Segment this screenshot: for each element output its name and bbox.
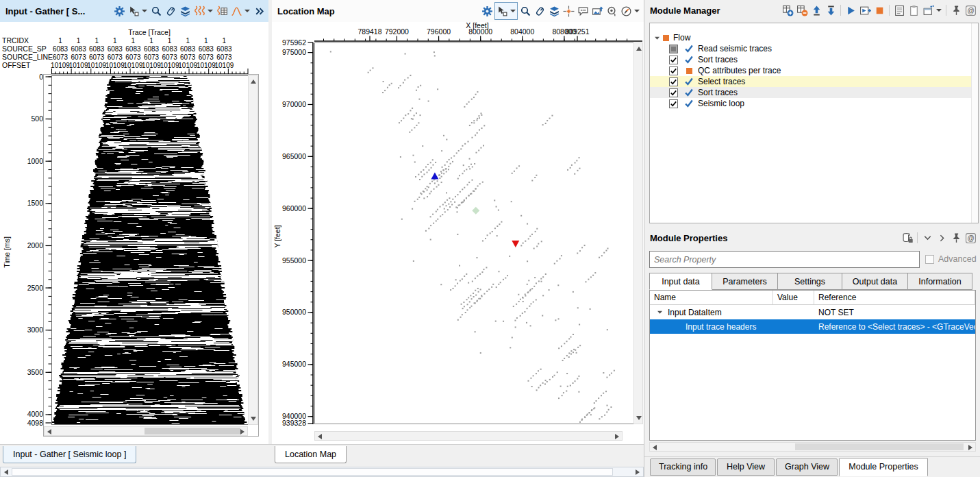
tab-location-map[interactable]: Location Map <box>275 446 347 463</box>
select-mode-button[interactable] <box>495 3 509 19</box>
map-hscrollbar[interactable] <box>314 431 623 441</box>
map-y-tick-label: 955000 <box>282 256 306 265</box>
tree-row-select-traces[interactable]: Select traces <box>650 76 978 87</box>
map-y-tick-label: 950000 <box>282 308 306 316</box>
time-tick-label: 500 <box>31 114 43 123</box>
zoom-button[interactable] <box>149 3 163 19</box>
report-button[interactable] <box>892 2 906 19</box>
module-checkbox[interactable] <box>669 77 678 86</box>
advanced-label: Advanced <box>938 254 977 264</box>
data-lock-button[interactable] <box>901 230 914 246</box>
dock-button[interactable]: @ <box>964 2 977 19</box>
mouse-mode-button[interactable] <box>164 3 177 19</box>
trace-header-value: 1 <box>131 37 136 45</box>
histogram-button[interactable] <box>229 3 243 19</box>
select-mode-button[interactable] <box>127 3 140 19</box>
seismic-vscrollbar[interactable] <box>248 75 258 425</box>
tree-row-sort-traces[interactable]: Sort traces <box>650 54 978 65</box>
layers-button[interactable] <box>547 3 561 19</box>
module-checkbox[interactable] <box>669 99 678 108</box>
layers-button[interactable] <box>178 3 192 19</box>
trace-table-icon <box>216 5 228 17</box>
module-checkbox[interactable] <box>669 88 678 97</box>
dock-tab-help-view[interactable]: Help View <box>717 458 775 476</box>
layers-icon <box>179 5 191 17</box>
trace-header-value: 6073 <box>53 53 68 61</box>
dock-tab-module-properties[interactable]: Module Properties <box>839 458 928 476</box>
column-header-value[interactable]: Value <box>773 291 814 304</box>
app-hscrollbar[interactable] <box>0 467 644 477</box>
dock-tab-tracking-info[interactable]: Tracking info <box>650 458 716 476</box>
clipboard-button[interactable] <box>907 2 920 19</box>
advanced-checkbox[interactable] <box>925 255 934 264</box>
remove-module-button[interactable] <box>795 2 809 19</box>
tree-item-label: Sort traces <box>698 55 738 64</box>
properties-hscrollbar[interactable] <box>649 442 976 452</box>
module-checkbox[interactable] <box>669 45 678 53</box>
move-down-button[interactable] <box>824 2 838 19</box>
tree-row-flow[interactable]: Flow <box>650 32 978 43</box>
overflow-button[interactable] <box>252 3 266 19</box>
select-mode-dropdown-caret[interactable] <box>510 10 516 12</box>
pin-button[interactable] <box>949 230 963 246</box>
run-button[interactable] <box>844 2 857 19</box>
tree-row-read-seismic-traces[interactable]: Read seismic traces <box>650 43 978 54</box>
tab-settings[interactable]: Settings <box>778 273 842 290</box>
trace-table-button[interactable] <box>215 3 229 19</box>
compass-button[interactable] <box>619 3 633 19</box>
module-checkbox[interactable] <box>669 66 678 75</box>
expand-button[interactable] <box>935 230 948 246</box>
run-flow-button[interactable] <box>858 2 872 19</box>
map-y-tick-label: 970000 <box>282 100 306 108</box>
tree-vscrollbar[interactable] <box>971 23 978 223</box>
tree-row-seismic-loop[interactable]: Seismic loop <box>650 98 978 109</box>
tab-input-data[interactable]: Input data <box>649 273 712 290</box>
trace-header-label: OFFSET <box>2 61 31 69</box>
tree-row-sort-traces[interactable]: Sort traces <box>650 87 978 98</box>
move-up-button[interactable] <box>809 2 823 19</box>
select-mode-dropdown-caret[interactable] <box>142 10 147 12</box>
expander-icon[interactable] <box>655 309 664 315</box>
snap-button[interactable] <box>605 3 618 19</box>
new-window-dropdown-caret[interactable] <box>936 9 942 12</box>
crosshair-button[interactable] <box>562 3 575 19</box>
wiggle-display-dropdown-caret[interactable] <box>208 10 213 12</box>
comment-button[interactable] <box>576 3 590 19</box>
tab-input-gather[interactable]: Input - Gather [ Seismic loop ] <box>3 446 136 463</box>
new-window-button[interactable] <box>921 2 935 19</box>
mouse-mode-button[interactable] <box>533 3 546 19</box>
export-image-button[interactable] <box>590 3 604 19</box>
collapse-button[interactable] <box>920 230 934 246</box>
settings-button[interactable] <box>480 3 494 19</box>
tab-parameters[interactable]: Parameters <box>712 273 778 290</box>
add-module-button[interactable] <box>781 2 794 19</box>
seismic-wiggle-display[interactable] <box>52 76 248 424</box>
seismic-hscrollbar[interactable] <box>44 426 248 436</box>
zoom-button[interactable] <box>518 3 532 19</box>
scroll-thumb[interactable] <box>795 443 964 450</box>
scroll-thumb[interactable] <box>12 468 613 476</box>
wiggle-display-button[interactable] <box>192 3 206 19</box>
table-row[interactable]: Input DataItemNOT SET <box>650 305 975 319</box>
search-property-input[interactable] <box>649 251 920 268</box>
column-header-reference[interactable]: Reference <box>814 291 975 304</box>
map-vscrollbar[interactable] <box>633 42 643 424</box>
settings-button[interactable] <box>112 3 126 19</box>
column-header-name[interactable]: Name <box>650 291 773 304</box>
stop-button[interactable] <box>872 2 886 19</box>
location-map-panel: X [feet]78941879200079600080000080400080… <box>272 0 644 444</box>
compass-dropdown-caret[interactable] <box>634 10 640 12</box>
tree-row-qc-attributes-per-trace[interactable]: QC attributes per trace <box>650 65 978 76</box>
dock-button[interactable]: @ <box>964 230 977 246</box>
location-map-plot[interactable] <box>315 43 633 423</box>
tab-information[interactable]: Information <box>908 273 972 290</box>
trace-header-value: 1 <box>113 37 117 45</box>
pin-button[interactable] <box>949 2 963 19</box>
table-row[interactable]: Input trace headersReference to <Select … <box>650 319 975 334</box>
scroll-thumb[interactable] <box>145 428 240 435</box>
module-checkbox[interactable] <box>669 56 678 64</box>
dock-tab-graph-view[interactable]: Graph View <box>776 458 838 476</box>
histogram-dropdown-caret[interactable] <box>244 10 250 12</box>
expander-icon[interactable] <box>653 35 661 41</box>
tab-output-data[interactable]: Output data <box>842 273 908 290</box>
